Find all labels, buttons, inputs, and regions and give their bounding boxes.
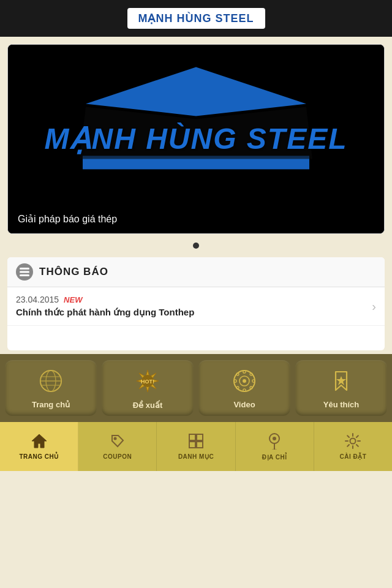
notif-date-row: 23.04.2015 NEW	[16, 295, 366, 304]
svg-point-24	[236, 386, 239, 389]
icon-grid-item-hot[interactable]: HOT! Đề xuất	[102, 360, 194, 416]
notification-item[interactable]: 23.04.2015 NEW Chính thức phát hành ứng …	[7, 287, 385, 326]
notification-header: THÔNG BÁO	[7, 257, 385, 287]
notification-title: THÔNG BÁO	[39, 266, 108, 278]
svg-point-36	[272, 449, 277, 450]
svg-point-22	[236, 373, 239, 375]
notification-section: THÔNG BÁO 23.04.2015 NEW Chính thức phát…	[7, 257, 385, 350]
notif-text: Chính thức phát hành ứng dụng Tonthep	[16, 307, 366, 318]
nav-label-settings: CÀI ĐẶT	[339, 453, 366, 460]
banner-section: MẠNH HÙNG STEEL Giải pháp báo giá thép	[7, 44, 385, 234]
svg-point-17	[243, 379, 246, 383]
film-icon	[233, 369, 256, 396]
nav-label-coupon: COUPON	[103, 453, 132, 460]
svg-point-23	[250, 373, 252, 375]
bookmark-icon	[330, 369, 353, 396]
svg-rect-5	[20, 274, 29, 276]
nav-label-category: DANH MỤC	[178, 453, 214, 460]
home-nav-icon	[31, 433, 48, 451]
logo-container: MẠNH HÙNG STEEL	[127, 8, 265, 29]
svg-point-37	[350, 439, 356, 444]
globe-icon	[39, 369, 62, 396]
icon-label-hot: Đề xuất	[133, 401, 163, 410]
svg-marker-0	[86, 67, 306, 116]
icon-grid: Trang chủ HOT! Đề xuất	[0, 354, 392, 422]
banner-title: MẠNH HÙNG STEEL	[45, 121, 348, 156]
svg-point-25	[250, 386, 252, 389]
tag-nav-icon	[110, 433, 126, 451]
nav-label-home: TRANG CHỦ	[19, 453, 58, 460]
svg-rect-33	[197, 442, 203, 448]
nav-item-coupon[interactable]: COUPON	[78, 422, 157, 471]
slider-dots	[0, 238, 392, 254]
top-bar: MẠNH HÙNG STEEL	[0, 0, 392, 37]
notification-icon	[16, 263, 33, 281]
icon-label-video: Video	[233, 400, 255, 409]
logo-text: MẠNH HÙNG STEEL	[138, 12, 254, 24]
notif-spacer	[7, 326, 385, 350]
nav-item-settings[interactable]: CÀI ĐẶT	[314, 422, 392, 471]
nav-item-address[interactable]: ĐỊA CHỈ	[236, 422, 314, 471]
svg-point-35	[273, 437, 276, 440]
banner-bg: MẠNH HÙNG STEEL Giải pháp báo giá thép	[8, 45, 384, 233]
icon-grid-item-video[interactable]: Video	[198, 360, 290, 416]
bottom-nav: TRANG CHỦ COUPON DANH MỤC	[0, 422, 392, 471]
notif-new-badge: NEW	[64, 295, 82, 304]
svg-rect-31	[197, 434, 203, 440]
gear-nav-icon	[345, 433, 361, 451]
svg-point-11	[40, 371, 61, 391]
nav-item-category[interactable]: DANH MỤC	[157, 422, 235, 471]
dot-1[interactable]	[193, 243, 199, 249]
notif-date: 23.04.2015	[16, 295, 59, 304]
svg-rect-4	[20, 271, 29, 273]
mappin-nav-icon	[268, 432, 281, 452]
hot-icon: HOT!	[135, 369, 160, 397]
svg-rect-32	[189, 442, 195, 448]
icon-label-home: Trang chủ	[32, 400, 70, 409]
icon-grid-item-favorite[interactable]: Yêu thích	[295, 360, 387, 416]
svg-rect-3	[20, 268, 29, 270]
grid-nav-icon	[188, 433, 204, 451]
notif-arrow-icon: ›	[372, 300, 376, 314]
nav-label-address: ĐỊA CHỈ	[262, 454, 287, 461]
svg-rect-30	[189, 434, 195, 440]
icon-label-favorite: Yêu thích	[323, 400, 360, 409]
icon-grid-item-home[interactable]: Trang chủ	[5, 360, 97, 416]
svg-text:HOT!: HOT!	[141, 379, 154, 385]
notif-content: 23.04.2015 NEW Chính thức phát hành ứng …	[16, 295, 366, 318]
main-content: MẠNH HÙNG STEEL Giải pháp báo giá thép T…	[0, 37, 392, 588]
svg-point-29	[113, 437, 116, 440]
svg-marker-28	[32, 434, 47, 448]
banner-subtitle: Giải pháp báo giá thép	[18, 213, 117, 225]
svg-marker-27	[336, 376, 346, 385]
nav-item-home[interactable]: TRANG CHỦ	[0, 422, 78, 471]
